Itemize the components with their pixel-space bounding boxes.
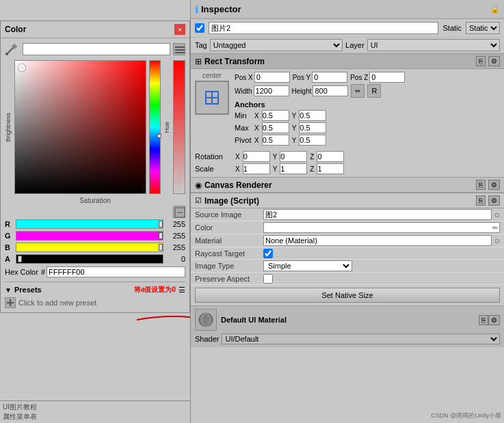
pivot-y[interactable] <box>299 135 326 146</box>
add-preset-row: Click to add new preset <box>5 297 185 308</box>
raycast-checkbox[interactable] <box>263 249 273 258</box>
material-title: Default UI Material <box>221 316 479 324</box>
hue-label: Hue <box>163 122 170 133</box>
a-label: A <box>5 255 13 263</box>
lock-icon[interactable]: 🔒 <box>490 5 500 14</box>
r-reset-btn[interactable]: R <box>367 84 381 98</box>
svg-rect-3 <box>175 46 185 48</box>
anchors-min-label: Min <box>235 111 252 120</box>
a-slider-row: A 0 <box>5 254 185 264</box>
source-image-label: Source Image <box>195 210 263 219</box>
anchors-label: Anchors <box>235 100 500 109</box>
width-input[interactable] <box>254 85 289 96</box>
pos-y-input[interactable] <box>312 72 347 83</box>
material-input[interactable] <box>263 235 492 246</box>
info-icon: ℹ <box>195 4 198 15</box>
anchor-max-x[interactable] <box>262 122 289 133</box>
anchor-max-y[interactable] <box>299 122 326 133</box>
preserve-aspect-checkbox[interactable] <box>263 274 273 284</box>
image-type-dropdown[interactable]: Simple <box>263 260 352 271</box>
hex-input[interactable] <box>47 267 185 277</box>
shader-label: Shader <box>195 335 219 343</box>
default-material-section: Default UI Material ⎘ ⚙ Shader UI/Defaul… <box>191 305 504 347</box>
pivot-x[interactable] <box>262 135 289 146</box>
material-row: Material ○ <box>191 234 504 247</box>
object-active-checkbox[interactable] <box>195 23 204 33</box>
canvas-renderer-settings-btn[interactable]: ⚙ <box>488 180 500 190</box>
saturation-label: Saturation <box>5 197 185 204</box>
image-script-settings-btn[interactable]: ⚙ <box>488 195 500 206</box>
rt-fields: Pos X Pos Y Pos Z Width <box>235 72 500 147</box>
color-field[interactable]: ✏ <box>263 222 500 233</box>
canvas-renderer-copy-btn[interactable]: ⎘ <box>476 180 486 190</box>
rotation-scale-section: Rotation X Y Z Scale X Y Z <box>191 150 504 177</box>
eyedropper-icon[interactable] <box>5 42 18 56</box>
b-slider-track[interactable] <box>16 243 163 252</box>
anchors-min-row: Min X Y <box>235 110 500 121</box>
alpha-slider[interactable] <box>173 60 185 194</box>
rotation-y[interactable] <box>280 151 307 162</box>
hex-row: Hex Color # <box>5 267 185 277</box>
rect-transform-header: ⊞ Rect Transform ⎘ ⚙ <box>191 53 504 69</box>
scale-y[interactable] <box>280 163 307 174</box>
saturation-brightness-picker[interactable] <box>14 60 146 194</box>
center-label: center <box>202 72 222 79</box>
options-icon[interactable] <box>173 43 185 55</box>
pos-z-input[interactable] <box>369 72 405 83</box>
preserve-aspect-label: Preserve Aspect <box>195 275 263 283</box>
anchor-visual[interactable] <box>195 81 229 115</box>
color-panel-header: Color × <box>1 21 189 38</box>
rotation-x[interactable] <box>243 151 270 162</box>
source-image-input[interactable] <box>263 209 492 220</box>
anchor-min-y[interactable] <box>299 110 326 121</box>
brightness-label: Brightness <box>5 113 12 142</box>
image-properties: Source Image ○ Color ✏ Material ○ Raycas… <box>191 208 504 305</box>
color-label: Color <box>195 223 263 232</box>
layer-label: Layer <box>345 41 364 49</box>
scale-z[interactable] <box>317 163 344 174</box>
tag-dropdown[interactable]: Untagged <box>210 39 343 51</box>
image-script-title: Image (Script) <box>204 196 476 206</box>
object-name-input[interactable] <box>209 22 438 34</box>
color-mode-icon[interactable] <box>173 206 185 218</box>
g-slider-track[interactable] <box>16 231 163 241</box>
close-button[interactable]: × <box>174 24 185 35</box>
add-preset-button[interactable] <box>5 297 16 308</box>
object-header: Static Static <box>191 19 504 38</box>
height-input[interactable] <box>313 85 348 96</box>
svg-point-2 <box>5 53 8 55</box>
presets-menu-icon[interactable]: ☰ <box>178 286 185 295</box>
static-dropdown[interactable]: Static <box>466 22 500 34</box>
layer-dropdown[interactable]: UI <box>367 39 500 51</box>
add-preset-text: Click to add new preset <box>18 299 96 307</box>
r-slider-track[interactable] <box>16 219 163 229</box>
scale-row: Scale X Y Z <box>195 163 500 174</box>
image-script-copy-btn[interactable]: ⎘ <box>476 195 486 206</box>
rect-transform-settings-btn[interactable]: ⚙ <box>488 56 500 66</box>
scale-x[interactable] <box>243 163 270 174</box>
source-image-circle[interactable]: ○ <box>494 209 500 220</box>
a-slider-track[interactable] <box>16 254 163 264</box>
material-copy-btn[interactable]: ⎘ <box>479 315 488 325</box>
presets-note: 将a值设置为0 <box>134 285 176 295</box>
anchor-min-x[interactable] <box>262 110 289 121</box>
material-label: Material <box>195 236 263 245</box>
image-script-checkbox-icon: ☑ <box>195 196 202 205</box>
hue-slider[interactable] <box>149 60 161 194</box>
width-label: Width <box>235 87 252 95</box>
a-value: 0 <box>166 255 185 263</box>
pos-x-input[interactable] <box>254 72 290 83</box>
native-size-button[interactable]: Set Native Size <box>195 288 500 303</box>
image-script-header: ☑ Image (Script) ⎘ ⚙ <box>191 193 504 208</box>
material-settings-btn[interactable]: ⚙ <box>488 315 500 325</box>
r-slider-row: R 255 <box>5 219 185 229</box>
presets-label: Presets <box>14 286 131 294</box>
g-label: G <box>5 232 13 240</box>
g-slider-row: G 255 <box>5 231 185 241</box>
stretch-btn[interactable]: ⇔ <box>351 84 364 98</box>
rotation-z[interactable] <box>317 151 344 162</box>
shader-dropdown[interactable]: UI/Default <box>222 333 500 344</box>
b-value: 255 <box>166 243 185 251</box>
rect-transform-copy-btn[interactable]: ⎘ <box>476 56 486 66</box>
material-circle[interactable]: ○ <box>494 235 500 246</box>
